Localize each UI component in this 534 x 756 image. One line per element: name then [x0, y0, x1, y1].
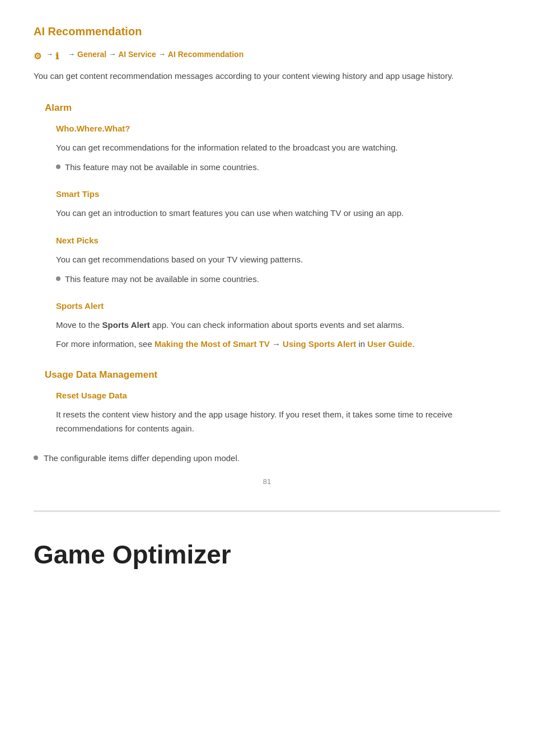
- breadcrumb-ai-service: AI Service: [118, 48, 156, 60]
- sports-alert-section: Sports Alert Move to the Sports Alert ap…: [56, 299, 500, 352]
- bullet-text: This feature may not be available in som…: [65, 161, 259, 174]
- smart-tips-body: You can get an introduction to smart fea…: [56, 206, 500, 220]
- who-where-what-body: You can get recommendations for the info…: [56, 141, 500, 155]
- sports-alert-title: Sports Alert: [56, 299, 500, 313]
- alarm-section: Alarm Who.Where.What? You can get recomm…: [45, 100, 500, 351]
- breadcrumb-arrow-4: →: [158, 49, 166, 60]
- who-where-what-section: Who.Where.What? You can get recommendati…: [56, 122, 500, 174]
- bullet-item: This feature may not be available in som…: [56, 273, 500, 286]
- gear-icon: ⚙: [34, 49, 44, 59]
- bullet-dot: [56, 165, 60, 169]
- breadcrumb-arrow-2: →: [68, 49, 75, 60]
- reset-usage-data-section: Reset Usage Data It resets the content v…: [56, 389, 500, 436]
- bullet-text: This feature may not be available in som…: [65, 273, 259, 286]
- next-picks-section: Next Picks You can get recommendations b…: [56, 234, 500, 286]
- bottom-bullet-dot: [34, 456, 38, 460]
- usage-data-management-section: Usage Data Management Reset Usage Data I…: [45, 367, 500, 436]
- bottom-bullet-item: The configurable items differ depending …: [34, 452, 500, 465]
- page-title: AI Recommendation: [34, 22, 500, 40]
- using-sports-alert-link[interactable]: Using Sports Alert: [283, 339, 356, 349]
- breadcrumb-arrow-1: →: [46, 49, 53, 60]
- intro-text: You can get content recommendation messa…: [34, 69, 500, 83]
- reset-usage-data-title: Reset Usage Data: [56, 389, 500, 402]
- page-footer: 81: [34, 476, 500, 488]
- sports-alert-bold: Sports Alert: [102, 320, 150, 330]
- making-most-link[interactable]: Making the Most of Smart TV: [154, 339, 270, 349]
- breadcrumb: ⚙ → ℹ → General → AI Service → AI Recomm…: [34, 48, 500, 60]
- game-optimizer-section: Game Optimizer: [34, 510, 500, 576]
- next-picks-title: Next Picks: [56, 234, 500, 247]
- game-optimizer-title: Game Optimizer: [34, 534, 500, 576]
- breadcrumb-ai-recommendation: AI Recommendation: [168, 48, 243, 60]
- breadcrumb-arrow-3: →: [109, 49, 116, 60]
- page-number: 81: [263, 477, 271, 486]
- user-guide-link[interactable]: User Guide: [367, 339, 412, 349]
- bottom-bullet-text: The configurable items differ depending …: [44, 452, 240, 465]
- alarm-title: Alarm: [45, 100, 500, 115]
- who-where-what-title: Who.Where.What?: [56, 122, 500, 135]
- bullet-item: This feature may not be available in som…: [56, 161, 500, 174]
- info-icon: ℹ: [55, 49, 65, 59]
- bullet-dot: [56, 276, 60, 281]
- next-picks-body: You can get recommendations based on you…: [56, 253, 500, 267]
- smart-tips-title: Smart Tips: [56, 187, 500, 201]
- reset-usage-data-body: It resets the content view history and t…: [56, 408, 500, 436]
- next-picks-bullets: This feature may not be available in som…: [56, 273, 500, 286]
- who-where-what-bullets: This feature may not be available in som…: [56, 161, 500, 174]
- smart-tips-section: Smart Tips You can get an introduction t…: [56, 187, 500, 220]
- page-container: AI Recommendation ⚙ → ℹ → General → AI S…: [0, 0, 534, 614]
- sports-alert-body: Move to the Sports Alert app. You can ch…: [56, 318, 500, 332]
- usage-data-management-title: Usage Data Management: [45, 367, 500, 382]
- sports-alert-body2: For more information, see Making the Mos…: [56, 337, 500, 351]
- bottom-bullets: The configurable items differ depending …: [34, 452, 500, 465]
- breadcrumb-general: General: [77, 48, 106, 60]
